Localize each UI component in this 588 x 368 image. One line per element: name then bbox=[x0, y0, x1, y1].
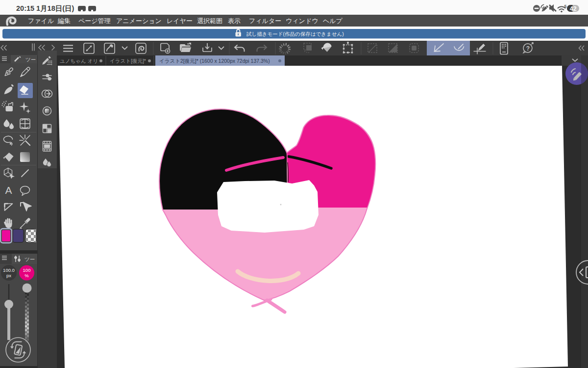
svg-text:1月18日(日): 1月18日(日) bbox=[36, 4, 74, 12]
svg-text:ツー: ツー bbox=[24, 256, 35, 262]
svg-text:イラスト[復元]*: イラスト[復元]* bbox=[110, 58, 146, 64]
svg-text:編集: 編集 bbox=[57, 17, 71, 25]
svg-text:px: px bbox=[6, 273, 11, 278]
svg-text:フィルター: フィルター bbox=[249, 17, 281, 25]
svg-text:A: A bbox=[5, 184, 12, 196]
svg-text:表示: 表示 bbox=[228, 17, 241, 25]
svg-text:5: 5 bbox=[564, 4, 567, 9]
svg-text:%: % bbox=[24, 273, 29, 278]
svg-text:20:15: 20:15 bbox=[16, 4, 34, 12]
svg-text:レイヤー: レイヤー bbox=[167, 17, 193, 25]
svg-text:42: 42 bbox=[570, 5, 577, 12]
svg-text:?: ? bbox=[526, 45, 530, 52]
svg-text:100: 100 bbox=[23, 267, 31, 273]
svg-text:ウィンドウ: ウィンドウ bbox=[286, 17, 318, 25]
svg-text:試し描きモード(作品の保存はできません): 試し描きモード(作品の保存はできません) bbox=[246, 31, 344, 37]
svg-text:イラスト2[復元]* (1600 x 1200px 72dp: イラスト2[復元]* (1600 x 1200px 72dpi 137.3%) bbox=[159, 58, 270, 64]
svg-text:ヘルプ: ヘルプ bbox=[323, 17, 343, 25]
svg-text:ページ管理: ページ管理 bbox=[78, 17, 111, 25]
svg-text:選択範囲: 選択範囲 bbox=[197, 17, 222, 25]
svg-text:ツー: ツー bbox=[25, 56, 36, 62]
svg-text:ユノちゃん オリ: ユノちゃん オリ bbox=[60, 58, 98, 64]
svg-text:100.0: 100.0 bbox=[3, 267, 15, 273]
svg-text:ファイル: ファイル bbox=[28, 17, 54, 25]
svg-text:アニメーション: アニメーション bbox=[116, 17, 162, 25]
